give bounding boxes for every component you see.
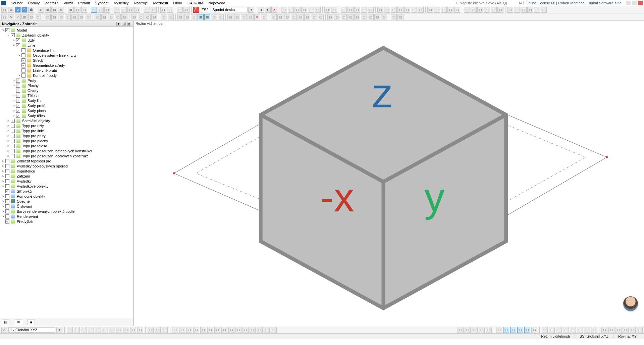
tb2-18[interactable]: ▢: [108, 14, 114, 20]
zs-next-button[interactable]: ▶: [265, 7, 271, 13]
tb1-55[interactable]: ▢: [361, 7, 367, 13]
tb2-55[interactable]: ▢: [334, 14, 340, 20]
tb2-6[interactable]: ▢: [35, 14, 41, 20]
tree-node[interactable]: >Obecné: [0, 199, 133, 204]
checkbox[interactable]: [5, 179, 9, 183]
tree-node[interactable]: >Osové systémy linie x, y, z: [0, 53, 133, 58]
checkbox[interactable]: [5, 194, 9, 198]
tb2-41[interactable]: ▢: [248, 14, 254, 20]
tb2-61[interactable]: ▢: [374, 14, 380, 20]
panel-mode-eye-icon[interactable]: 👁: [15, 319, 22, 325]
tb1-69[interactable]: ▢: [447, 7, 453, 13]
menu-vložit[interactable]: Vložit: [61, 1, 75, 5]
menu-zobrazit[interactable]: Zobrazit: [42, 1, 61, 5]
tree-node[interactable]: Linie vně prutů: [0, 68, 133, 73]
close-button[interactable]: [638, 1, 643, 5]
tb3-5[interactable]: ▢: [88, 327, 94, 333]
viewcube[interactable]: -x y z: [128, 26, 639, 331]
tb1-10[interactable]: ▨: [58, 7, 64, 13]
expand-icon[interactable]: >: [1, 164, 5, 168]
expand-icon[interactable]: >: [12, 104, 15, 107]
tb2-24[interactable]: ▢: [145, 14, 151, 20]
checkbox[interactable]: [11, 139, 15, 143]
tb1-62[interactable]: ▢: [404, 7, 410, 13]
tree-node[interactable]: >Výsledky booleovských operací: [0, 163, 133, 168]
tb2-14[interactable]: ▢: [85, 14, 91, 20]
tb1-80[interactable]: ▢: [514, 7, 520, 13]
tree-node[interactable]: >Uzly: [0, 38, 133, 43]
tb2-10[interactable]: ▢: [58, 14, 64, 20]
checkbox[interactable]: [5, 28, 9, 32]
tb1-25[interactable]: ▢: [144, 7, 150, 13]
tb2-17[interactable]: ▢: [101, 14, 107, 20]
tb1-70[interactable]: ▢: [454, 7, 460, 13]
zs-code[interactable]: ZS2: [200, 7, 210, 12]
tb2-57[interactable]: ▢: [347, 14, 354, 20]
tb2-32[interactable]: ▢: [191, 14, 197, 20]
tree-node[interactable]: Předvýběr: [0, 219, 133, 224]
checkbox[interactable]: [5, 164, 9, 168]
tb2-27[interactable]: ▢: [161, 14, 167, 20]
menu-nástroje[interactable]: Nástroje: [131, 1, 151, 5]
tb2-5[interactable]: ▢: [28, 14, 34, 20]
tree-node[interactable]: >Zatížení: [0, 174, 133, 179]
tb2-23[interactable]: ▢: [138, 14, 144, 20]
tb1-56[interactable]: ▢: [368, 7, 374, 13]
tree-node[interactable]: >Výsledkové objekty: [0, 184, 133, 189]
tree-node[interactable]: >Sady linií: [0, 98, 133, 103]
checkbox[interactable]: [16, 99, 20, 103]
menu-výsledky[interactable]: Výsledky: [111, 1, 131, 5]
tb2-4[interactable]: ◫: [21, 14, 28, 20]
tb2-43[interactable]: ▢: [261, 14, 267, 20]
tb1-64[interactable]: ▢: [418, 7, 424, 13]
tree[interactable]: ∨Model∨Základní objekty>Uzly∨LinieOrient…: [0, 27, 133, 318]
tb2-12[interactable]: ▢: [71, 14, 77, 20]
tree-node[interactable]: >Pruty: [0, 78, 133, 83]
tb1-60[interactable]: ▢: [391, 7, 397, 13]
new-button[interactable]: ▢: [1, 7, 7, 13]
collapse-icon[interactable]: ∨: [7, 34, 10, 37]
checkbox[interactable]: [5, 204, 9, 208]
checkbox[interactable]: [21, 63, 25, 67]
checkbox[interactable]: [5, 184, 9, 188]
tree-node[interactable]: >Zobrazit topologii pro: [0, 158, 133, 163]
tb2-25[interactable]: ▢: [151, 14, 157, 20]
menu-výpočet[interactable]: Výpočet: [93, 1, 111, 5]
tb1-13[interactable]: ▢: [74, 7, 80, 13]
expand-icon[interactable]: >: [7, 134, 10, 138]
expand-icon[interactable]: >: [12, 94, 15, 97]
tree-node[interactable]: >Typy pro posouzení betonových konstrukc…: [0, 148, 133, 153]
tb1-52[interactable]: ▢: [341, 7, 347, 13]
tb1-43[interactable]: ▢: [288, 7, 294, 13]
tb2-35[interactable]: ▢: [211, 14, 217, 20]
tb2-54[interactable]: ▢: [327, 14, 333, 20]
tb1-54[interactable]: ▢: [354, 7, 360, 13]
expand-icon[interactable]: >: [7, 129, 10, 133]
checkbox[interactable]: [5, 209, 9, 213]
tb1-26[interactable]: ▢: [151, 7, 157, 13]
tb2-65[interactable]: ▢: [397, 14, 404, 20]
checkbox[interactable]: [16, 114, 20, 118]
expand-icon[interactable]: >: [17, 74, 21, 77]
tb1-49[interactable]: ▢: [324, 7, 330, 13]
tb1-75[interactable]: ▢: [484, 7, 490, 13]
menu-úpravy[interactable]: Úpravy: [25, 1, 42, 5]
tree-node[interactable]: >Renderování: [0, 214, 133, 219]
expand-icon[interactable]: >: [7, 154, 10, 158]
tree-node[interactable]: >Tělesa: [0, 93, 133, 98]
tb2-46[interactable]: ▢: [277, 14, 283, 20]
tb2-40[interactable]: ▢: [241, 14, 247, 20]
tb1-28[interactable]: ▢: [160, 7, 166, 13]
tree-node[interactable]: >Typy pro linie: [0, 128, 133, 133]
expand-icon[interactable]: >: [7, 139, 10, 143]
checkbox[interactable]: [16, 84, 20, 88]
tree-node[interactable]: >Sady prutů: [0, 103, 133, 108]
tb1-82[interactable]: ▢: [527, 7, 533, 13]
tb2-33[interactable]: ▦: [198, 14, 204, 20]
tb2-42[interactable]: ✕: [254, 14, 260, 20]
tb2-58[interactable]: ▢: [354, 14, 360, 20]
zs-desc[interactable]: Spodní deska: [211, 7, 248, 12]
tb1-67[interactable]: ▢: [434, 7, 440, 13]
tree-node[interactable]: Síť prvků: [0, 189, 133, 194]
tb2-38[interactable]: ▢: [227, 14, 233, 20]
